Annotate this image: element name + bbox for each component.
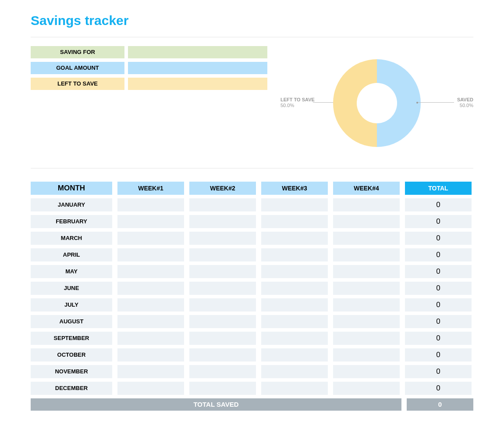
header-week4: WEEK#4 (333, 182, 400, 195)
header-week1: WEEK#1 (117, 182, 184, 195)
cell-week[interactable] (189, 365, 256, 378)
cell-week[interactable] (261, 248, 328, 261)
cell-week[interactable] (261, 382, 328, 395)
cell-week[interactable] (261, 282, 328, 295)
cell-week[interactable] (261, 348, 328, 362)
cell-week[interactable] (333, 315, 400, 328)
cell-month: MARCH (31, 232, 112, 245)
cell-month: JULY (31, 298, 112, 312)
cell-week[interactable] (189, 315, 256, 328)
chart-label-left-name: LEFT TO SAVE (280, 97, 315, 103)
header-month: MONTH (31, 182, 112, 195)
left-to-save-value[interactable] (128, 78, 267, 90)
table-row: APRIL0 (31, 248, 473, 261)
header-week3: WEEK#3 (261, 182, 328, 195)
table-row: AUGUST0 (31, 315, 473, 328)
cell-month: OCTOBER (31, 348, 112, 362)
donut-chart: LEFT TO SAVE 50.0% SAVED 50.0% (280, 46, 473, 160)
cell-week[interactable] (117, 298, 184, 312)
cell-row-total: 0 (405, 232, 472, 245)
chart-label-left: LEFT TO SAVE 50.0% (280, 97, 315, 108)
cell-week[interactable] (333, 332, 400, 345)
cell-week[interactable] (261, 215, 328, 228)
cell-week[interactable] (117, 265, 184, 278)
cell-week[interactable] (261, 365, 328, 378)
goal-row-goal-amount: GOAL AMOUNT (31, 62, 267, 74)
header-total: TOTAL (405, 182, 472, 195)
top-section: SAVING FOR GOAL AMOUNT LEFT TO SAVE LEFT… (31, 46, 473, 160)
cell-week[interactable] (117, 248, 184, 261)
cell-month: AUGUST (31, 315, 112, 328)
cell-week[interactable] (261, 298, 328, 312)
cell-week[interactable] (117, 215, 184, 228)
table-row: JANUARY0 (31, 198, 473, 211)
table-row: MARCH0 (31, 232, 473, 245)
table-row: MAY0 (31, 265, 473, 278)
cell-week[interactable] (189, 298, 256, 312)
cell-week[interactable] (333, 265, 400, 278)
saving-for-value[interactable] (128, 46, 267, 58)
cell-week[interactable] (117, 198, 184, 211)
cell-week[interactable] (333, 298, 400, 312)
cell-week[interactable] (117, 332, 184, 345)
cell-week[interactable] (189, 232, 256, 245)
cell-week[interactable] (333, 382, 400, 395)
cell-week[interactable] (333, 215, 400, 228)
cell-month: SEPTEMBER (31, 332, 112, 345)
cell-week[interactable] (189, 332, 256, 345)
cell-week[interactable] (261, 332, 328, 345)
cell-week[interactable] (261, 232, 328, 245)
cell-row-total: 0 (405, 382, 472, 395)
cell-row-total: 0 (405, 365, 472, 378)
cell-row-total: 0 (405, 265, 472, 278)
cell-week[interactable] (261, 198, 328, 211)
cell-week[interactable] (117, 348, 184, 362)
header-week2: WEEK#2 (189, 182, 256, 195)
chart-label-right-name: SAVED (457, 97, 473, 103)
cell-row-total: 0 (405, 332, 472, 345)
cell-month: NOVEMBER (31, 365, 112, 378)
cell-week[interactable] (189, 265, 256, 278)
divider (31, 168, 473, 168)
cell-week[interactable] (117, 315, 184, 328)
table-row: OCTOBER0 (31, 348, 473, 362)
chart-label-right: SAVED 50.0% (457, 97, 473, 108)
cell-week[interactable] (189, 248, 256, 261)
table-row: JULY0 (31, 298, 473, 312)
cell-week[interactable] (117, 232, 184, 245)
cell-week[interactable] (333, 248, 400, 261)
table-header-row: MONTH WEEK#1 WEEK#2 WEEK#3 WEEK#4 TOTAL (31, 182, 473, 195)
cell-week[interactable] (261, 265, 328, 278)
footer-total-saved-label: TOTAL SAVED (31, 398, 401, 411)
cell-week[interactable] (333, 198, 400, 211)
cell-week[interactable] (333, 232, 400, 245)
chart-label-left-pct: 50.0% (280, 103, 315, 108)
goal-amount-value[interactable] (128, 62, 267, 74)
cell-week[interactable] (189, 348, 256, 362)
table-row: NOVEMBER0 (31, 365, 473, 378)
cell-week[interactable] (261, 315, 328, 328)
cell-week[interactable] (117, 282, 184, 295)
goal-panel: SAVING FOR GOAL AMOUNT LEFT TO SAVE (31, 46, 267, 160)
cell-month: APRIL (31, 248, 112, 261)
cell-week[interactable] (189, 198, 256, 211)
cell-row-total: 0 (405, 315, 472, 328)
divider (31, 37, 473, 37)
table-footer-row: TOTAL SAVED 0 (31, 398, 473, 411)
cell-week[interactable] (117, 365, 184, 378)
cell-week[interactable] (117, 382, 184, 395)
cell-month: FEBRUARY (31, 215, 112, 228)
cell-week[interactable] (189, 382, 256, 395)
cell-week[interactable] (333, 348, 400, 362)
cell-week[interactable] (189, 282, 256, 295)
cell-row-total: 0 (405, 215, 472, 228)
cell-row-total: 0 (405, 248, 472, 261)
cell-week[interactable] (333, 282, 400, 295)
donut-hole (357, 83, 397, 123)
cell-week[interactable] (189, 215, 256, 228)
footer-total-saved-value: 0 (407, 398, 473, 411)
cell-month: DECEMBER (31, 382, 112, 395)
page-title: Savings tracker (31, 13, 473, 28)
cell-week[interactable] (333, 365, 400, 378)
saving-for-label: SAVING FOR (31, 46, 124, 58)
